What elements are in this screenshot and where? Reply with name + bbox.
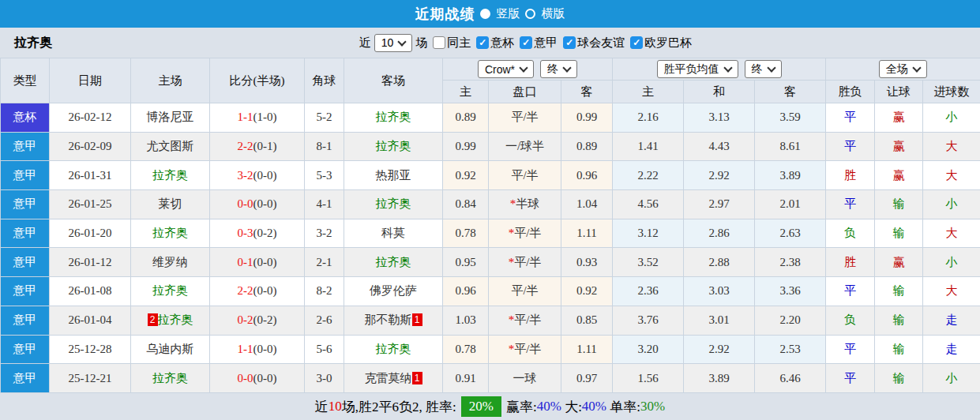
score-cell: 0-0(0-0): [210, 364, 305, 393]
handicap-cell: 平/半: [489, 161, 561, 190]
result-cell: 负: [826, 306, 875, 335]
handicap-result-cell: 输: [875, 306, 923, 335]
goals-cell: 大: [923, 277, 980, 306]
match-date: 25-12-21: [50, 364, 131, 393]
filter-checkbox-1[interactable]: [476, 36, 489, 49]
match-type-badge: 意甲: [1, 364, 50, 393]
result-cell: 胜: [826, 248, 875, 277]
avg-home-odds: 3.76: [613, 306, 684, 335]
page-title: 近期战绩: [415, 5, 475, 24]
handicap-text: 平/半: [511, 284, 538, 297]
away-team-name: 那不勒斯: [365, 313, 412, 326]
away-rank-badge: 1: [412, 372, 422, 384]
halftime-score: (0-0): [253, 372, 277, 384]
away-team-name: 拉齐奥: [376, 343, 411, 355]
sub-header-result: 胜负: [826, 81, 875, 103]
filter-checkbox-4[interactable]: [630, 36, 643, 49]
handicap-cell: 一球: [489, 364, 561, 393]
filter-checkbox-label[interactable]: 意甲: [534, 36, 558, 51]
crow-home-odds: 0.95: [443, 248, 489, 277]
handicap-result-cell: 输: [875, 190, 923, 219]
col-header-corner: 角球: [305, 58, 344, 103]
filter-checkbox-3[interactable]: [563, 36, 576, 49]
away-team-cell: 克雷莫纳1: [344, 364, 443, 393]
filter-checkbox-label[interactable]: 意杯: [490, 36, 514, 51]
home-team-cell: 2拉齐奥: [131, 306, 210, 335]
filter-checkbox-0[interactable]: [433, 36, 445, 49]
avg-home-odds: 3.20: [613, 335, 684, 364]
recent-count-select[interactable]: 10: [374, 34, 413, 52]
goals-cell: 小: [923, 364, 980, 393]
home-team-cell: 拉齐奥: [131, 364, 210, 393]
match-date: 26-01-20: [50, 219, 131, 248]
title-bar: 近期战绩 竖版 横版: [0, 0, 980, 28]
score-cell: 1-1(0-0): [210, 335, 305, 364]
filter-group: 近 10 场 同主意杯意甲球会友谊欧罗巴杯: [359, 34, 693, 52]
avg-away-odds: 3.89: [755, 161, 826, 190]
avg-draw-odds: 3.13: [684, 103, 755, 133]
score-cell: 2-2(0-1): [210, 132, 305, 161]
handicap-cell: *平/半: [489, 306, 561, 335]
radio-vertical[interactable]: [480, 9, 490, 19]
score-cell: 3-2(0-0): [210, 161, 305, 190]
handicap-text: 半球: [516, 197, 539, 210]
sub-header-avg-away: 客: [755, 81, 826, 103]
crow-away-odds: 0.99: [561, 103, 613, 133]
summary-segment: 40%: [537, 399, 561, 414]
avg-select[interactable]: 胜平负均值: [657, 60, 738, 78]
home-team-name: 尤文图斯: [147, 140, 194, 152]
away-team-name: 科莫: [381, 227, 405, 239]
avg-home-odds: 2.22: [613, 161, 684, 190]
away-team-cell: 热那亚: [344, 161, 443, 190]
bookmaker-select[interactable]: Crow*: [478, 60, 534, 78]
filter-checkbox-label[interactable]: 同主: [447, 36, 471, 51]
avg-draw-odds: 4.43: [684, 132, 755, 161]
radio-horizontal-label[interactable]: 横版: [542, 6, 565, 21]
summary-segment: 近: [315, 398, 329, 416]
crow-odds-group: Crow* 终: [443, 58, 613, 81]
filter-checkbox-2[interactable]: [520, 36, 532, 49]
home-team-name: 莱切: [159, 197, 182, 210]
competition-filters: 同主意杯意甲球会友谊欧罗巴杯: [427, 36, 692, 51]
home-team-cell: 莱切: [131, 190, 210, 219]
avg-away-odds: 2.38: [755, 248, 826, 277]
summary-segment: 20%: [461, 396, 501, 417]
sub-header-avg-home: 主: [613, 81, 684, 103]
avg-final-select[interactable]: 终: [745, 60, 782, 78]
home-team-name: 拉齐奥: [152, 372, 188, 384]
away-team-cell: 拉齐奥: [344, 335, 443, 364]
avg-home-odds: 3.12: [613, 219, 684, 248]
match-date: 26-01-12: [50, 248, 131, 277]
handicap-result-cell: 赢: [875, 132, 923, 161]
away-team-cell: 拉齐奥: [344, 248, 443, 277]
handicap-cell: 平/半: [489, 103, 561, 133]
col-header-home: 主场: [131, 58, 210, 103]
fulltime-score: 3-2: [238, 169, 253, 182]
summary-segment: 40%: [582, 399, 606, 414]
corner-score: 8-2: [305, 277, 344, 306]
avg-away-odds: 3.36: [755, 277, 826, 306]
fullmatch-select[interactable]: 全场: [879, 60, 927, 78]
handicap-text: 平/半: [514, 227, 541, 239]
home-team-name: 乌迪内斯: [147, 343, 194, 355]
crow-final-select[interactable]: 终: [540, 60, 577, 78]
table-row: 意甲 26-01-04 2拉齐奥 0-2(0-2) 2-6 那不勒斯1 1.03…: [1, 306, 980, 335]
team-name: 拉齐奥: [14, 35, 52, 51]
away-team-name: 拉齐奥: [376, 256, 411, 268]
filter-checkbox-label[interactable]: 球会友谊: [577, 36, 625, 51]
filter-checkbox-label[interactable]: 欧罗巴杯: [644, 36, 692, 51]
avg-draw-odds: 2.97: [684, 190, 755, 219]
radio-horizontal[interactable]: [525, 9, 535, 19]
match-type-badge: 意甲: [1, 219, 50, 248]
goals-cell: 走: [923, 335, 980, 364]
result-cell: 负: [826, 219, 875, 248]
radio-vertical-label[interactable]: 竖版: [497, 6, 520, 21]
match-date: 26-02-12: [50, 103, 131, 133]
home-team-name: 博洛尼亚: [147, 111, 194, 123]
avg-away-odds: 6.46: [755, 364, 826, 393]
avg-away-odds: 2.01: [755, 190, 826, 219]
result-cell: 平: [826, 335, 875, 364]
fulltime-score: 2-2: [238, 140, 253, 152]
halftime-score: (0-0): [253, 256, 277, 268]
avg-draw-odds: 2.92: [684, 335, 755, 364]
